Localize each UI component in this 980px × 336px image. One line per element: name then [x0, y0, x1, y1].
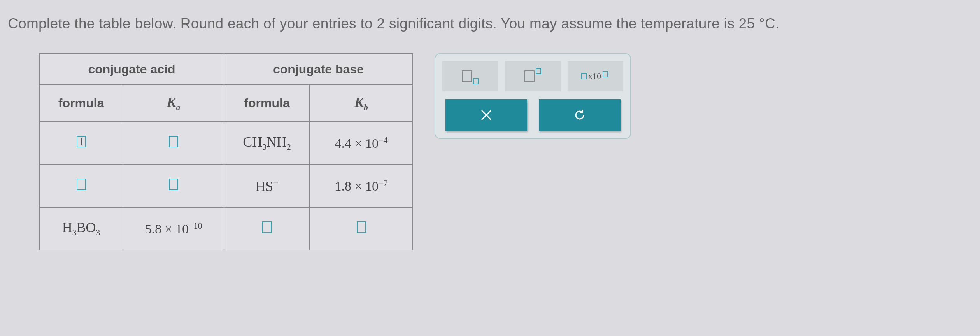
- sig-digits: 2: [377, 16, 385, 32]
- kb1-mantissa: 4.4: [335, 136, 351, 150]
- instruction-prefix: Complete the table below. Round each of …: [8, 16, 377, 32]
- close-icon: [479, 107, 494, 123]
- subheader-formula-base: formula: [224, 85, 310, 122]
- base-formula-2: HS−: [224, 164, 310, 207]
- ka-sub: a: [176, 103, 181, 112]
- kb2-exp: −7: [379, 178, 388, 188]
- input-ka-2[interactable]: [123, 164, 224, 207]
- placeholder-icon: [169, 178, 178, 190]
- placeholder-icon: [77, 136, 86, 147]
- placeholder-icon: [357, 221, 366, 233]
- placeholder-icon: [77, 178, 86, 190]
- subheader-kb: Kb: [310, 85, 413, 122]
- kb-value-1: 4.4 × 10−4: [310, 122, 413, 164]
- table-row: H3BO3 5.8 × 10−10: [39, 207, 413, 250]
- header-conjugate-acid: conjugate acid: [39, 54, 224, 85]
- kb2-times: × 10: [351, 179, 379, 193]
- temperature-value: 25: [739, 16, 755, 32]
- clear-button[interactable]: [445, 99, 527, 131]
- kb2-mantissa: 1.8: [335, 179, 351, 193]
- table-row: HS− 1.8 × 10−7: [39, 164, 413, 207]
- sci-label: x10: [588, 71, 601, 81]
- ka3-mantissa: 5.8: [145, 222, 161, 236]
- instruction-text: Complete the table below. Round each of …: [8, 16, 972, 32]
- placeholder-icon: [262, 221, 272, 233]
- placeholder-icon: [169, 136, 178, 147]
- ka-symbol: K: [167, 94, 176, 110]
- header-conjugate-base: conjugate base: [224, 54, 413, 85]
- ka3-exp: −10: [189, 221, 202, 231]
- acid-base-table: conjugate acid conjugate base formula Ka…: [39, 53, 413, 250]
- ka3-times: × 10: [161, 222, 189, 236]
- undo-icon: [572, 107, 587, 123]
- input-base-formula-3[interactable]: [224, 207, 310, 250]
- superscript-button[interactable]: [505, 61, 561, 91]
- subheader-formula-acid: formula: [39, 85, 123, 122]
- subheader-ka: Ka: [123, 85, 224, 122]
- input-ka-1[interactable]: [123, 122, 224, 164]
- scientific-notation-icon: x10: [581, 71, 610, 81]
- input-kb-3[interactable]: [310, 207, 413, 250]
- ka-value-3: 5.8 × 10−10: [123, 207, 224, 250]
- superscript-icon: [524, 70, 541, 82]
- table-row: CH3NH2 4.4 × 10−4: [39, 122, 413, 164]
- instruction-mid: significant digits. You may assume the t…: [385, 16, 738, 32]
- scientific-notation-button[interactable]: x10: [568, 61, 623, 91]
- kb-symbol: K: [354, 94, 364, 110]
- kb-value-2: 1.8 × 10−7: [310, 164, 413, 207]
- subscript-icon: [462, 70, 479, 82]
- acid-formula-3: H3BO3: [39, 207, 123, 250]
- temperature-unit: °C.: [755, 16, 779, 32]
- formatting-toolbox: x10: [435, 53, 631, 139]
- reset-button[interactable]: [539, 99, 621, 131]
- input-acid-formula-1[interactable]: [39, 122, 123, 164]
- subscript-button[interactable]: [442, 61, 498, 91]
- input-acid-formula-2[interactable]: [39, 164, 123, 207]
- kb-sub: b: [364, 103, 368, 112]
- base-formula-1: CH3NH2: [224, 122, 310, 164]
- kb1-exp: −4: [379, 135, 388, 145]
- kb1-times: × 10: [351, 136, 379, 150]
